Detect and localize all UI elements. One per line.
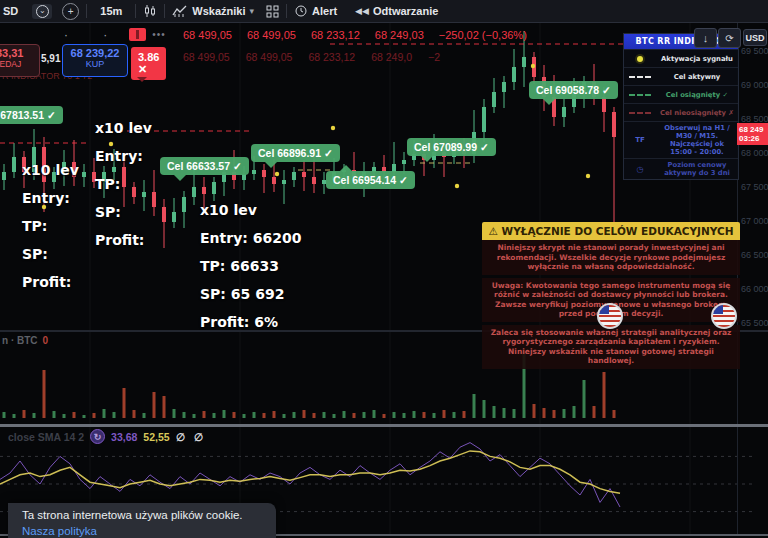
alert-clock-icon[interactable] xyxy=(294,4,308,18)
panel-row-validity: ◷ Poziom cenowy aktywny do 3 dni xyxy=(624,158,738,179)
white-dash-icon xyxy=(624,76,656,78)
oscillator-legend-text: close SMA 14 2 xyxy=(8,431,84,443)
warning-title: ⚠ WYŁĄCZNIE DO CELÓW EDUKACYJNYCH xyxy=(482,222,740,240)
panel-row-label: Aktywacja sygnału xyxy=(656,53,738,65)
legend-more-button[interactable]: ••• xyxy=(152,29,166,40)
block-line: TP: xyxy=(95,176,152,204)
bar-countdown: 03:26 xyxy=(739,134,768,143)
green-dash-icon xyxy=(624,94,656,96)
warning-paragraph: Niniejszy skrypt nie stanowi porady inwe… xyxy=(482,240,740,275)
sell-label: SPRZEDAJ xyxy=(0,59,39,69)
volume-legend-text: n · BTC xyxy=(2,335,38,346)
ohlc2-close: 68 249,0 xyxy=(371,51,412,63)
replay-rewind-icon[interactable]: ◀◀ xyxy=(355,6,369,16)
panel-row-missed: Cel nieosiągnięty ✗ xyxy=(624,103,738,121)
position-block-3: x10 lev Entry: 66200 TP: 66633 SP: 65 69… xyxy=(200,202,301,342)
block-line: x10 lev xyxy=(22,162,79,190)
target-label: Cel 67089.99 ✓ xyxy=(407,138,496,156)
compare-add-icon[interactable]: + xyxy=(62,3,79,20)
panel-row-label: Cel aktywny xyxy=(656,71,738,83)
ohlc2-high: 68 499,05 xyxy=(246,51,293,63)
oscillator-value-1: 33,68 xyxy=(111,431,137,443)
yellow-dot-icon xyxy=(624,56,656,62)
block-line: x10 lev xyxy=(200,202,301,230)
svg-text:69 500: 69 500 xyxy=(741,46,768,56)
buy-price: 68 239,22 xyxy=(63,47,127,59)
spread-value: 5,91 xyxy=(41,53,60,64)
cookie-banner: Ta strona internetowa używa plików cooki… xyxy=(8,503,276,538)
legend-dots: · · xyxy=(64,28,123,42)
target-label: Cel 66896.91 ✓ xyxy=(251,144,340,162)
top-toolbar: SD ⌄ + 15m Wskaźniki ▾ Alert ◀◀ Odtwarza… xyxy=(0,0,768,23)
candle-style-icon[interactable] xyxy=(143,4,157,18)
panel-row-label: Najczęściej ok 15:00 - 20:00. xyxy=(670,140,724,156)
svg-text:65 500: 65 500 xyxy=(741,318,768,328)
ohlc2-open: 68 499,05 xyxy=(183,51,230,63)
ohlc2-change: −2 xyxy=(428,51,440,63)
symbol-button[interactable]: SD xyxy=(3,5,18,17)
svg-text:68 000: 68 000 xyxy=(741,148,768,158)
interval-button[interactable]: 15m xyxy=(100,5,122,17)
oscillator-legend[interactable]: close SMA 14 2 ↻ 33,68 52,55 ∅ ∅ xyxy=(8,429,206,444)
replay-button[interactable]: Odtwarzanie xyxy=(373,5,438,17)
panel-row-label: Cel osiągnięty ✓ xyxy=(656,89,738,101)
block-line: SP: 65 692 xyxy=(200,286,301,314)
divider xyxy=(164,4,165,18)
ohlc-high: 68 499,05 xyxy=(247,29,296,41)
svg-text:67 500: 67 500 xyxy=(741,182,768,192)
scroll-to-price-button[interactable]: ↓ xyxy=(694,28,717,48)
currency-toggle-button[interactable]: USD xyxy=(743,29,767,46)
oscillator-empty-values: ∅ ∅ xyxy=(176,431,206,443)
last-price-value: 68 249 xyxy=(739,125,768,134)
svg-text:69 000: 69 000 xyxy=(741,80,768,90)
svg-text:67 000: 67 000 xyxy=(741,216,768,226)
trading-app: 69 50069 00068 50068 00067 50067 00066 5… xyxy=(0,0,768,538)
pane-divider[interactable] xyxy=(0,424,768,427)
panel-row-signal: Aktywacja sygnału xyxy=(624,49,738,67)
ohlc-change: −250,02 (−0,36%) xyxy=(439,29,527,41)
panel-row-timeframes: TF Obserwuj na H1 / M30 / M15. Najczęści… xyxy=(624,121,738,158)
block-line: Profit: xyxy=(95,232,152,260)
close-position-badge[interactable]: 3.86 ✕ xyxy=(131,47,166,80)
block-line: SP: xyxy=(22,246,79,274)
btc-rr-indicator-panel: BTC RR INDICATOR Aktywacja sygnału Cel a… xyxy=(623,33,739,180)
sell-price: 68 233,31 xyxy=(0,47,39,59)
symbol-flag-icon[interactable]: ⌄ xyxy=(32,4,52,19)
symbol-legend[interactable]: · · ••• xyxy=(2,27,166,42)
cookie-text: Ta strona internetowa używa plików cooki… xyxy=(22,509,276,521)
red-dash-icon xyxy=(624,112,656,114)
chart-style-red-icon[interactable] xyxy=(129,28,146,41)
indicators-icon[interactable] xyxy=(172,4,188,18)
cookie-policy-link[interactable]: Nasza polityka xyxy=(22,525,97,537)
block-line: Entry: 66200 xyxy=(200,230,301,258)
panel-row-active: Cel aktywny xyxy=(624,67,738,85)
layout-grid-icon[interactable] xyxy=(266,5,279,18)
block-line: Profit: xyxy=(22,274,79,302)
block-line: Profit: 6% xyxy=(200,314,301,342)
sell-button[interactable]: 68 233,31 SPRZEDAJ xyxy=(0,44,40,77)
ohlc-low: 68 233,12 xyxy=(311,29,360,41)
target-label: Cel 69058.78 ✓ xyxy=(529,81,618,99)
indicators-button[interactable]: Wskaźniki xyxy=(192,5,245,17)
tf-icon: TF xyxy=(624,136,656,144)
oscillator-value-2: 52,55 xyxy=(143,431,169,443)
block-line: x10 lev xyxy=(95,120,152,148)
chevron-down-icon[interactable]: ▾ xyxy=(250,6,255,16)
alert-button[interactable]: Alert xyxy=(312,5,337,17)
block-line: TP: xyxy=(22,218,79,246)
svg-text:66 000: 66 000 xyxy=(741,284,768,294)
refresh-circle-icon[interactable]: ↻ xyxy=(90,429,105,444)
target-label: Cel 67813.51 ✓ xyxy=(0,106,63,124)
ohlc-open: 68 499,05 xyxy=(183,29,232,41)
block-line: Entry: xyxy=(95,148,152,176)
position-block-2: x10 lev Entry: TP: SP: Profit: xyxy=(95,120,152,260)
volume-legend[interactable]: n · BTC0 xyxy=(2,335,48,346)
last-price-tag: 68 249 03:26 xyxy=(737,123,768,145)
buy-button[interactable]: 68 239,22 KUP xyxy=(62,44,128,77)
educational-warning-box: ⚠ WYŁĄCZNIE DO CELÓW EDUKACYJNYCH Niniej… xyxy=(482,222,740,372)
volume-value: 0 xyxy=(43,335,49,346)
sync-button[interactable]: ⟳ xyxy=(718,28,741,48)
ohlc-row-dim: 68 499,05 68 499,05 68 233,12 68 249,0 −… xyxy=(183,51,440,63)
flag-icon xyxy=(711,303,737,329)
svg-text:66 500: 66 500 xyxy=(741,250,768,260)
